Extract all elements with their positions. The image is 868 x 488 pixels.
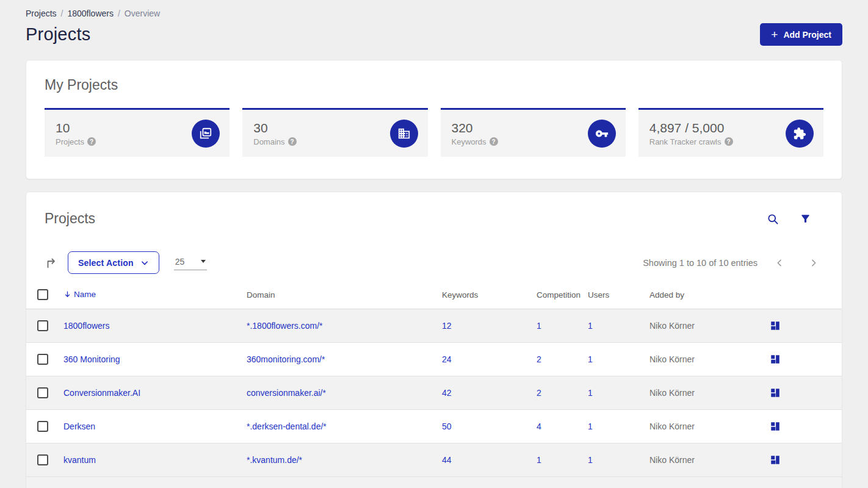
table-toolbar: Select Action 25 Showing 1 to 10 of 10 e…	[26, 227, 842, 274]
help-icon[interactable]: ?	[725, 137, 733, 146]
sort-down-icon	[63, 290, 71, 298]
domains-count: 30	[253, 121, 296, 135]
keywords-count-label: Keywords	[452, 137, 486, 146]
project-name-link[interactable]: Conversionmaker.AI	[63, 388, 140, 398]
table-header-row: Name Domain Keywords Competition Users A…	[26, 281, 842, 309]
projects-table: Name Domain Keywords Competition Users A…	[26, 281, 842, 477]
projects-copy-icon	[192, 120, 220, 148]
page-size-value: 25	[175, 257, 185, 267]
redirect-arrow-icon[interactable]	[45, 256, 58, 270]
key-icon	[588, 120, 616, 148]
breadcrumb-overview: Overview	[125, 9, 160, 18]
competition-cell: 1	[537, 309, 588, 342]
project-domain-link[interactable]: *.derksen-dental.de/*	[247, 422, 327, 431]
chevron-left-icon[interactable]	[772, 256, 787, 270]
competition-cell: 1	[537, 443, 588, 476]
domain-building-icon	[390, 120, 418, 148]
stat-card-keywords: 320 Keywords ?	[441, 108, 626, 157]
table-row: 360 Monitoring 360monitoring.com/* 24 2 …	[26, 342, 842, 376]
stats-grid: 10 Projects ? 30	[45, 108, 823, 157]
title-row: Projects + Add Project	[26, 23, 842, 46]
keywords-cell: 44	[442, 443, 537, 476]
dashboard-icon[interactable]	[769, 386, 782, 400]
projects-table-card: Projects Se	[26, 192, 842, 488]
stat-card-domains: 30 Domains ?	[242, 108, 427, 157]
project-domain-link[interactable]: *.kvantum.de/*	[247, 455, 302, 465]
dashboard-icon[interactable]	[769, 319, 782, 332]
help-icon[interactable]: ?	[288, 137, 297, 146]
column-header-keywords[interactable]: Keywords	[442, 281, 537, 309]
page: Projects / 1800flowers / Overview Projec…	[0, 0, 868, 488]
plus-icon: +	[771, 29, 778, 40]
users-cell: 1	[588, 409, 649, 443]
column-header-users[interactable]: Users	[588, 281, 649, 309]
breadcrumb: Projects / 1800flowers / Overview	[26, 0, 842, 18]
caret-down-icon	[201, 260, 206, 263]
row-checkbox[interactable]	[37, 320, 48, 331]
dashboard-icon[interactable]	[769, 353, 782, 366]
added-by-cell: Niko Körner	[649, 309, 769, 342]
help-icon[interactable]: ?	[87, 137, 96, 146]
added-by-cell: Niko Körner	[649, 443, 769, 476]
table-row: Derksen *.derksen-dental.de/* 50 4 1 Nik…	[26, 409, 842, 443]
row-checkbox[interactable]	[37, 354, 48, 365]
chevron-right-icon[interactable]	[806, 256, 821, 270]
project-name-link[interactable]: 1800flowers	[63, 321, 110, 331]
project-name-link[interactable]: kvantum	[63, 455, 96, 465]
add-project-label: Add Project	[783, 30, 831, 40]
select-all-checkbox[interactable]	[37, 289, 48, 300]
column-header-competition[interactable]: Competition	[537, 281, 588, 309]
row-checkbox[interactable]	[37, 421, 48, 432]
table-row: kvantum *.kvantum.de/* 44 1 1 Niko Körne…	[26, 443, 842, 476]
row-checkbox[interactable]	[37, 387, 48, 398]
breadcrumb-separator: /	[118, 9, 120, 18]
project-name-link[interactable]: 360 Monitoring	[63, 354, 120, 364]
project-domain-link[interactable]: *.1800flowers.com/*	[247, 321, 323, 331]
keywords-cell: 50	[442, 409, 537, 443]
column-header-domain[interactable]: Domain	[247, 281, 442, 309]
table-row: 1800flowers *.1800flowers.com/* 12 1 1 N…	[26, 309, 842, 342]
filter-icon[interactable]	[798, 212, 812, 226]
rank-tracker-label: Rank Tracker crawls	[649, 137, 722, 146]
chevron-down-icon	[140, 259, 149, 267]
page-title: Projects	[26, 24, 90, 45]
users-cell: 1	[588, 376, 649, 409]
project-domain-link[interactable]: 360monitoring.com/*	[247, 354, 325, 364]
dashboard-icon[interactable]	[769, 420, 782, 433]
column-header-added-by[interactable]: Added by	[649, 281, 769, 309]
rank-tracker-count: 4,897 / 5,000	[649, 121, 733, 135]
search-icon[interactable]	[765, 212, 780, 226]
added-by-cell: Niko Körner	[649, 342, 769, 376]
competition-cell: 2	[537, 342, 588, 376]
column-header-name[interactable]: Name	[63, 281, 247, 309]
breadcrumb-1800flowers[interactable]: 1800flowers	[67, 9, 114, 18]
puzzle-icon	[786, 120, 814, 148]
added-by-cell: Niko Körner	[649, 376, 769, 409]
project-name-link[interactable]: Derksen	[63, 422, 95, 431]
project-domain-link[interactable]: conversionmaker.ai/*	[247, 388, 326, 398]
competition-cell: 4	[537, 409, 588, 443]
page-size-select[interactable]: 25	[174, 256, 207, 270]
select-action-label: Select Action	[78, 258, 134, 268]
select-action-dropdown[interactable]: Select Action	[68, 251, 159, 274]
dashboard-icon[interactable]	[769, 453, 782, 467]
added-by-cell: Niko Körner	[649, 409, 769, 443]
table-row-partial	[26, 477, 842, 488]
add-project-button[interactable]: + Add Project	[760, 23, 842, 46]
my-projects-card: My Projects 10 Projects ?	[26, 60, 842, 179]
stat-card-projects: 10 Projects ?	[45, 108, 230, 157]
help-icon[interactable]: ?	[490, 137, 498, 146]
my-projects-heading: My Projects	[45, 77, 823, 93]
row-checkbox[interactable]	[37, 454, 48, 465]
keywords-cell: 42	[442, 376, 537, 409]
keywords-count: 320	[452, 121, 498, 135]
breadcrumb-projects[interactable]: Projects	[26, 9, 57, 18]
competition-cell: 2	[537, 376, 588, 409]
domains-count-label: Domains	[253, 137, 284, 146]
users-cell: 1	[588, 443, 649, 476]
users-cell: 1	[588, 342, 649, 376]
breadcrumb-separator: /	[61, 9, 63, 18]
projects-count: 10	[56, 121, 96, 135]
keywords-cell: 12	[442, 309, 537, 342]
stat-card-rank-tracker: 4,897 / 5,000 Rank Tracker crawls ?	[638, 108, 823, 157]
